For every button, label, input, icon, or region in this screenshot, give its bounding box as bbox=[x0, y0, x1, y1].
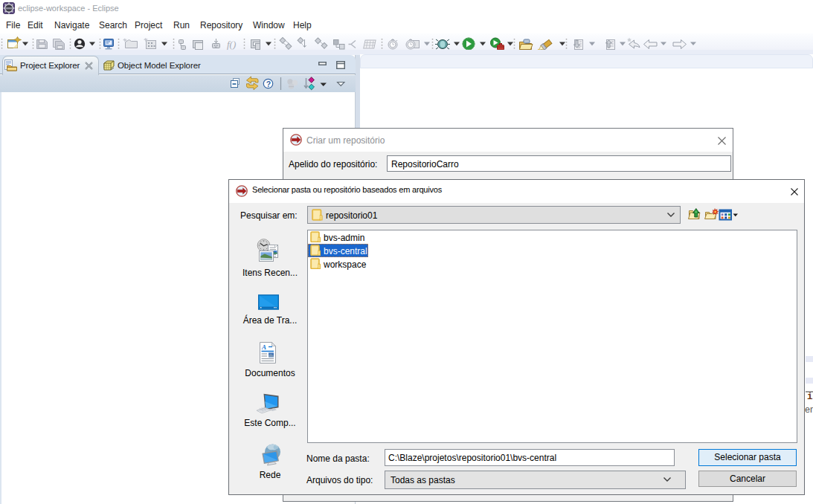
svg-text:f(): f() bbox=[227, 39, 236, 50]
svg-text:?: ? bbox=[266, 80, 271, 88]
svg-text:A: A bbox=[261, 343, 266, 351]
